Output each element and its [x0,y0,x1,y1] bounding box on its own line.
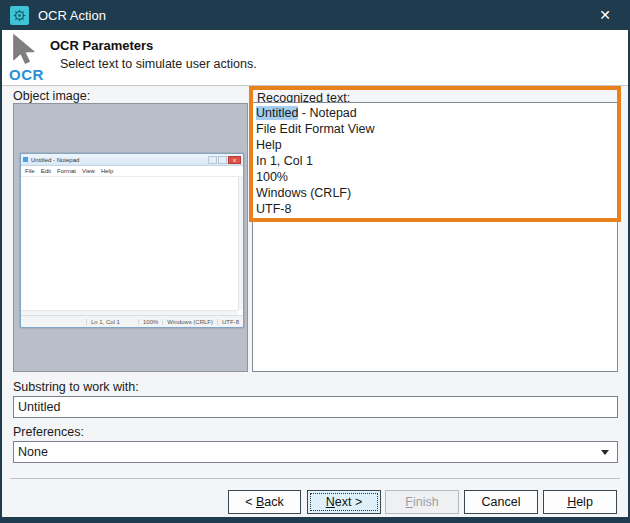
object-image-label: Object image: [13,89,90,103]
footer-separator [10,478,620,479]
notepad-vertical-scrollbar [238,177,243,310]
notepad-menu-view: View [82,168,95,174]
recognized-line[interactable]: File Edit Format View [256,121,614,137]
recognized-line[interactable]: Untitled - Notepad [256,105,614,121]
notepad-close-button: x [228,156,241,164]
substring-label: Substring to work with: [13,380,139,394]
notepad-menu-edit: Edit [41,168,51,174]
close-button[interactable]: ✕ [590,0,620,30]
notepad-status-cursor: Ln 1, Col 1 [86,319,124,325]
recognized-text-listbox[interactable]: Untitled - Notepad File Edit Format View… [252,102,618,372]
preferences-dropdown[interactable]: None [13,441,618,463]
notepad-status-eol: Windows (CRLF) [162,319,217,325]
notepad-status-zoom: 100% [138,319,162,325]
substring-input[interactable] [13,396,618,418]
notepad-horizontal-scrollbar [21,310,238,315]
ocr-logo-text: OCR [9,66,44,83]
cursor-icon [8,33,42,67]
ocr-logo: OCR [8,33,50,83]
notepad-title: Untitled - Notepad [31,157,207,163]
notepad-menubar: File Edit Format View Help [21,166,243,177]
next-button[interactable]: Next > [307,490,381,514]
notepad-menu-help: Help [101,168,113,174]
help-button[interactable]: Help [543,490,617,514]
notepad-maximize-button [218,156,227,164]
finish-button: Finish [385,490,459,514]
notepad-statusbar: Ln 1, Col 1 100% Windows (CRLF) UTF-8 [21,315,243,327]
notepad-titlebar: Untitled - Notepad x [21,154,243,166]
notepad-menu-file: File [25,168,35,174]
notepad-status-encoding: UTF-8 [217,319,243,325]
window-title: OCR Action [38,8,106,23]
page-title: OCR Parameters [50,38,153,53]
back-button[interactable]: < Back [228,490,301,514]
gear-icon [10,6,29,25]
titlebar[interactable]: OCR Action ✕ [0,0,630,30]
object-image-panel: Untitled - Notepad x File Edit Format Vi… [13,103,248,372]
notepad-preview: Untitled - Notepad x File Edit Format Vi… [20,153,244,328]
recognized-line-rest: - Notepad [298,106,356,120]
notepad-menu-format: Format [57,168,76,174]
selected-text-highlight[interactable]: Untitled [256,106,298,120]
page-subtitle: Select text to simulate user actions. [60,57,257,71]
chevron-down-icon [601,450,609,455]
recognized-line[interactable]: 100% [256,169,614,185]
recognized-line[interactable]: UTF-8 [256,201,614,217]
recognized-line[interactable]: Help [256,137,614,153]
preferences-selected-value: None [18,445,48,459]
preferences-label: Preferences: [13,425,84,439]
ocr-action-dialog: OCR Action ✕ OCR OCR Parameters Select t… [0,0,630,523]
wizard-header: OCR OCR Parameters Select text to simula… [2,30,628,86]
close-icon: ✕ [599,7,611,23]
recognized-line[interactable]: In 1, Col 1 [256,153,614,169]
cancel-button[interactable]: Cancel [464,490,538,514]
notepad-icon [23,157,28,162]
recognized-line[interactable]: Windows (CRLF) [256,185,614,201]
notepad-minimize-button [208,156,217,164]
notepad-canvas [21,177,243,315]
